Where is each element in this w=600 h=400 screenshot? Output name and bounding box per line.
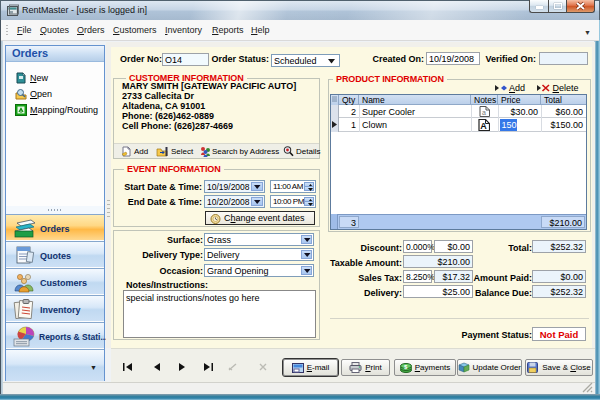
svg-text:A: A <box>480 121 487 131</box>
svg-text:a: a <box>482 109 486 116</box>
